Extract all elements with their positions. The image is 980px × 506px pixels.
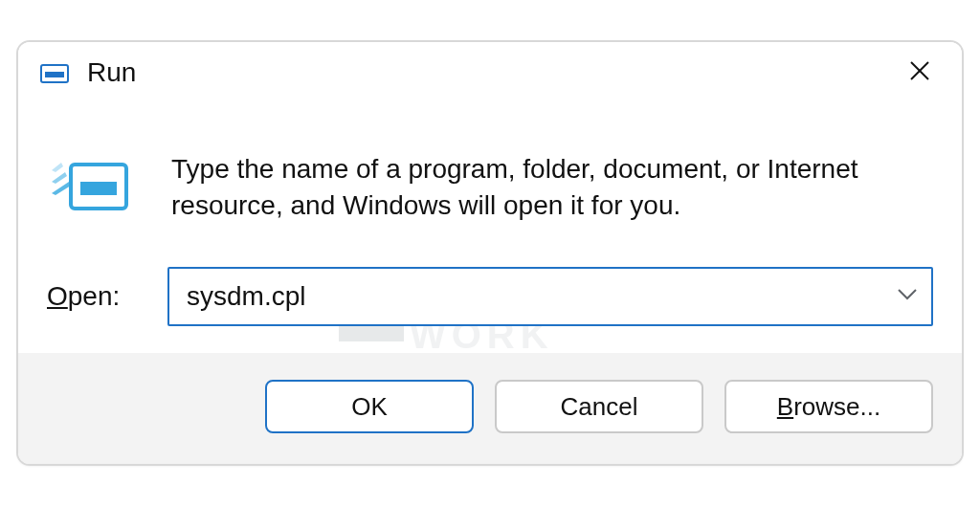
description-row: Type the name of a program, folder, docu… (47, 151, 933, 224)
ok-button[interactable]: OK (265, 380, 474, 433)
open-label: Open: (47, 281, 133, 312)
description-text: Type the name of a program, folder, docu… (171, 151, 933, 224)
titlebar: Run (18, 42, 962, 103)
titlebar-left: Run (39, 57, 136, 88)
command-input[interactable] (167, 267, 933, 326)
cancel-button[interactable]: Cancel (495, 380, 703, 433)
run-dialog: HITECHWORKYOUR VISIONOUR FUTURE Run (16, 40, 964, 467)
browse-button[interactable]: Browse... (724, 380, 933, 433)
footer: OK Cancel Browse... (18, 353, 962, 464)
svg-rect-1 (45, 72, 64, 77)
browse-button-label: Browse... (777, 392, 880, 421)
title-text: Run (87, 57, 136, 88)
ok-button-label: OK (351, 392, 388, 421)
svg-rect-5 (80, 182, 117, 195)
close-icon (909, 60, 930, 85)
run-title-icon (39, 60, 70, 85)
open-row: Open: (47, 267, 933, 326)
cancel-button-label: Cancel (561, 392, 638, 421)
run-icon (47, 151, 133, 220)
open-combobox[interactable] (167, 267, 933, 326)
close-button[interactable] (899, 52, 941, 94)
content-area: Type the name of a program, folder, docu… (18, 103, 962, 354)
